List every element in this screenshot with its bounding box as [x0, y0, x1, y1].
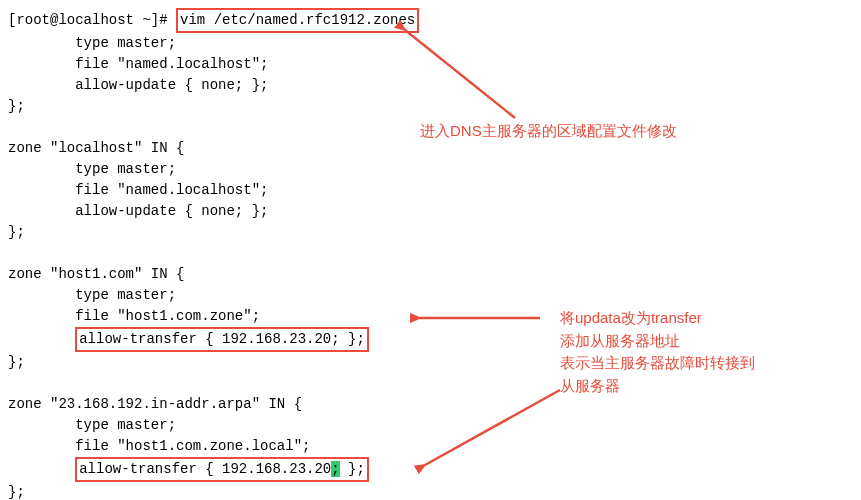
allow-transfer-highlight-2: allow-transfer { 192.168.23.20; };	[75, 457, 369, 482]
code-line: type master;	[8, 35, 176, 51]
code-line: file "host1.com.zone.local";	[8, 438, 310, 454]
annotation-text-line: 添加从服务器地址	[560, 330, 755, 353]
annotation-text-line: 将updata改为transfer	[560, 307, 755, 330]
code-line: zone "host1.com" IN {	[8, 266, 184, 282]
code-line: file "named.localhost";	[8, 182, 268, 198]
command-text: vim /etc/named.rfc1912.zones	[180, 12, 415, 28]
svg-line-1	[405, 30, 515, 118]
arrow-3	[410, 380, 570, 487]
annotation-1: 进入DNS主服务器的区域配置文件修改	[420, 120, 677, 143]
code-line: allow-transfer { 192.168.23.20; };	[79, 331, 365, 347]
arrow-2	[410, 308, 550, 335]
code-line: };	[8, 224, 25, 240]
annotation-text-line: 从服务器	[560, 375, 755, 398]
arrow-1	[385, 18, 535, 135]
code-line: };	[8, 354, 25, 370]
code-line: allow-update { none; };	[8, 203, 268, 219]
command-highlight: vim /etc/named.rfc1912.zones	[176, 8, 419, 33]
code-line: file "host1.com.zone";	[8, 308, 260, 324]
code-line: type master;	[8, 287, 176, 303]
code-line-suffix: };	[340, 461, 365, 477]
code-line: type master;	[8, 417, 176, 433]
cursor-char: ;	[331, 461, 339, 477]
allow-transfer-highlight-1: allow-transfer { 192.168.23.20; };	[75, 327, 369, 352]
code-line: zone "localhost" IN {	[8, 140, 184, 156]
annotation-2: 将updata改为transfer 添加从服务器地址 表示当主服务器故障时转接到…	[560, 307, 755, 397]
code-line: allow-update { none; };	[8, 77, 268, 93]
code-line: zone "23.168.192.in-addr.arpa" IN {	[8, 396, 302, 412]
code-line: file "named.localhost";	[8, 56, 268, 72]
code-line: };	[8, 484, 25, 500]
shell-prompt: [root@localhost ~]#	[8, 12, 176, 28]
annotation-text-line: 表示当主服务器故障时转接到	[560, 352, 755, 375]
code-line-prefix: allow-transfer { 192.168.23.20	[79, 461, 331, 477]
annotation-text: 进入DNS主服务器的区域配置文件修改	[420, 122, 677, 139]
svg-line-5	[425, 390, 560, 465]
code-line: };	[8, 98, 25, 114]
code-line: type master;	[8, 161, 176, 177]
